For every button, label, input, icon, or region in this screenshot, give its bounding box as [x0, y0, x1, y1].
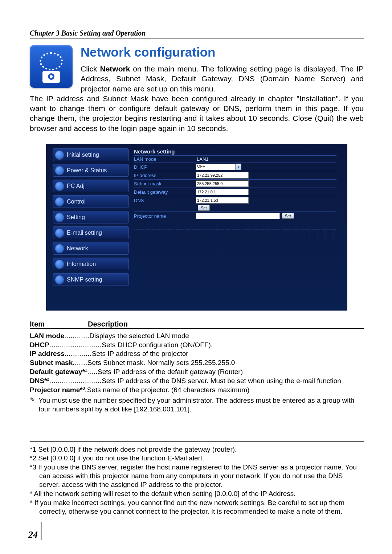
desc-text: Sets IP address of the DNS server. Must … — [102, 377, 364, 386]
dots: ....... — [73, 358, 87, 368]
footnote: *2 Set [0.0.0.0] if you do not use the f… — [30, 454, 364, 463]
subnet-mask-input[interactable] — [196, 180, 249, 187]
text-bold: Network — [100, 65, 130, 73]
col-description: Description — [88, 320, 128, 328]
note: ✎ You must use the number specified by y… — [30, 396, 364, 414]
value-lan-mode: LAN1 — [196, 156, 209, 162]
projector-name-input[interactable] — [196, 213, 280, 219]
term: IP address — [30, 349, 65, 358]
menu-icon — [55, 244, 64, 253]
intro-lead: Click Network on the main menu. The foll… — [81, 64, 364, 94]
sidebar-item-label: Control — [67, 198, 86, 205]
default-gateway-input[interactable] — [196, 189, 249, 195]
term: Projector name*3 — [30, 386, 85, 395]
intro-body: The IP address and Subnet Mask have been… — [30, 94, 364, 133]
page-bar — [41, 522, 42, 540]
pencil-icon: ✎ — [30, 396, 38, 414]
sidebar-item-initial-setting[interactable]: Initial setting — [53, 148, 129, 161]
dots: ......................... — [49, 377, 102, 386]
dots: ............. — [65, 349, 92, 358]
sidebar-item-snmp-setting[interactable]: SNMP setting — [53, 273, 129, 286]
sidebar-item-label: Network — [67, 245, 88, 252]
desc-text: Sets DHCP configuration (ON/OFF). — [102, 341, 364, 350]
label-projector-name: Projector name — [134, 213, 196, 219]
desc-text: Sets IP address of the projector — [92, 349, 364, 358]
footnote: *1 Set [0.0.0.0] if the network does not… — [30, 445, 364, 454]
footnotes: *1 Set [0.0.0.0] if the network does not… — [30, 441, 364, 516]
menu-icon — [55, 213, 64, 222]
label-dhcp: DHCP — [134, 164, 196, 170]
menu-icon — [55, 151, 64, 159]
footnote: * All the network setting will reset to … — [30, 489, 364, 498]
page-number: 24 — [28, 529, 38, 540]
menu-icon — [55, 182, 64, 190]
menu-icon — [55, 229, 64, 237]
set-button-top[interactable]: Set — [198, 205, 210, 211]
note-text: You must use the number specified by you… — [38, 396, 364, 414]
sidebar-item-label: E-mail setting — [67, 230, 102, 236]
dots: ......................... — [49, 341, 102, 350]
menu-icon — [55, 166, 64, 175]
set-button-bottom[interactable]: Set — [282, 213, 294, 219]
network-icon — [30, 45, 73, 88]
description-header: Item Description — [30, 320, 364, 329]
sidebar-item-network[interactable]: Network — [53, 242, 129, 255]
side-menu: Initial setting Power & Status PC Adj Co… — [53, 148, 129, 289]
label-ip: IP address — [134, 173, 196, 178]
menu-icon — [55, 197, 64, 206]
chevron-down-icon: ▾ — [236, 164, 241, 170]
label-dns: DNS — [134, 198, 196, 203]
text: Click — [81, 65, 100, 73]
desc-text: Sets IP address of the default gateway (… — [98, 368, 364, 377]
term: Subnet mask — [30, 358, 73, 368]
menu-icon — [55, 260, 64, 268]
term: DNS*2 — [30, 377, 49, 386]
sidebar-item-label: Setting — [67, 214, 85, 221]
dns-input[interactable] — [196, 197, 249, 204]
footnote: * If you make incorrect settings, you ca… — [30, 498, 364, 516]
footnote: *3 If you use the DNS server, register t… — [30, 463, 364, 489]
label-lan-mode: LAN mode — [134, 156, 196, 162]
form-title: Network setting — [134, 148, 336, 155]
ip-address-input[interactable] — [196, 172, 249, 178]
dots: ..... — [87, 368, 98, 377]
sidebar-item-email-setting[interactable]: E-mail setting — [53, 226, 129, 239]
menu-icon — [55, 275, 64, 284]
page-title: Network configuration — [81, 45, 364, 59]
sidebar-item-label: Power & Status — [67, 167, 107, 174]
label-subnet: Subnet mask — [134, 181, 196, 186]
term: LAN mode — [30, 332, 64, 341]
sidebar-item-power-status[interactable]: Power & Status — [53, 164, 129, 177]
dhcp-select-value: OFF — [196, 164, 236, 170]
label-gateway: Default gateway — [134, 189, 196, 195]
dots: ............ — [64, 332, 89, 341]
decorative-ruler — [134, 229, 336, 240]
sidebar-item-control[interactable]: Control — [53, 195, 129, 208]
chapter-header: Chapter 3 Basic Setting and Operation — [30, 29, 364, 38]
sidebar-item-label: Initial setting — [67, 152, 99, 158]
desc-text: Sets Subnet mask. Normally sets 255.255.… — [87, 358, 364, 368]
network-setting-screenshot: Initial setting Power & Status PC Adj Co… — [46, 144, 347, 311]
dhcp-select[interactable]: OFF ▾ — [196, 164, 241, 170]
term: Default gateway*1 — [30, 368, 87, 377]
col-item: Item — [30, 320, 88, 328]
desc-text: Sets name of the projector. (64 characte… — [87, 386, 364, 395]
sidebar-item-pc-adj[interactable]: PC Adj — [53, 180, 129, 192]
term: DHCP — [30, 341, 49, 350]
sidebar-item-label: Information — [67, 261, 96, 267]
sidebar-item-setting[interactable]: Setting — [53, 211, 129, 223]
sidebar-item-label: PC Adj — [67, 183, 85, 189]
desc-text: Displays the selected LAN mode — [89, 332, 364, 341]
sidebar-item-information[interactable]: Information — [53, 258, 129, 270]
description-table: LAN mode............Displays the selecte… — [30, 332, 364, 395]
sidebar-item-label: SNMP setting — [67, 276, 102, 283]
